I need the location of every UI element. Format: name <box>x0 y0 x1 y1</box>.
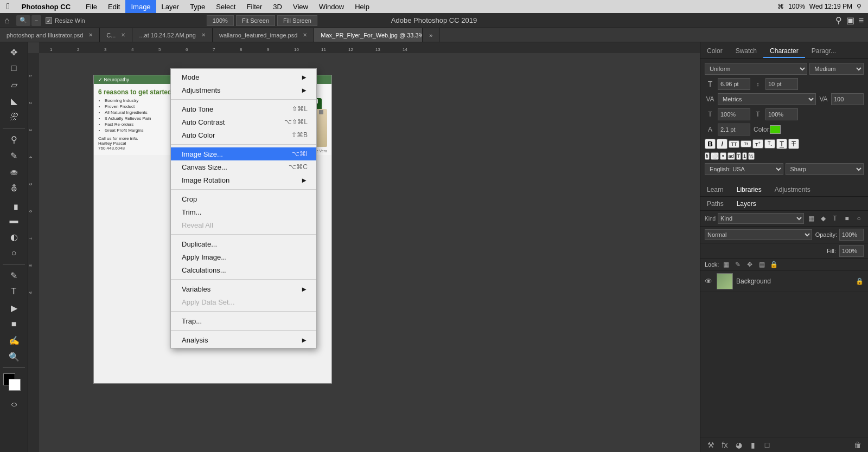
subscript-button[interactable]: T- <box>764 139 775 148</box>
menu-3d[interactable]: 3D <box>267 0 288 13</box>
blend-mode-select[interactable]: Normal <box>705 229 812 240</box>
history-brush-tool[interactable]: ⛢ <box>5 180 23 196</box>
tab-max-pr-flyer[interactable]: Max_PR_Flyer_For_Web.jpg @ 33.3% (RGB/8)… <box>314 28 423 42</box>
search-tool-icon[interactable]: ⚲ <box>835 15 842 25</box>
menu-item-crop[interactable]: Crop <box>171 192 316 205</box>
anti-alias-select[interactable]: Sharp <box>786 163 864 175</box>
menu-item-adjustments[interactable]: Adjustments ► <box>171 83 316 96</box>
old-style-button[interactable]: ad <box>727 152 735 160</box>
menu-filter[interactable]: Filter <box>241 0 267 13</box>
ordinals-button[interactable]: T <box>736 152 742 160</box>
crop-tool[interactable]: ◣ <box>5 93 23 108</box>
tab-paragraph[interactable]: Paragr... <box>805 45 843 58</box>
tab-character[interactable]: Character <box>763 45 805 58</box>
color-swatch-box[interactable] <box>770 125 781 134</box>
apple-menu-icon[interactable]:  <box>7 2 10 11</box>
menu-layer[interactable]: Layer <box>156 0 185 13</box>
small-caps-button[interactable]: Tt <box>741 140 751 147</box>
tab-layers[interactable]: Layers <box>730 199 763 209</box>
tab-learn[interactable]: Learn <box>700 185 730 195</box>
menu-help[interactable]: Help <box>349 0 375 13</box>
brush-tool[interactable]: ✎ <box>5 148 23 163</box>
standard-ligatures-icon[interactable]: ⚪ <box>711 152 719 160</box>
link-layers-button[interactable]: ⚒ <box>705 441 717 449</box>
fill-input[interactable] <box>839 245 864 257</box>
menu-edit[interactable]: Edit <box>103 0 125 13</box>
menu-item-image-rotation[interactable]: Image Rotation ► <box>171 173 316 186</box>
layer-filter-shape-icon[interactable]: ■ <box>842 215 852 222</box>
tab-color[interactable]: Color <box>700 45 729 58</box>
leading-input[interactable] <box>765 78 798 90</box>
lock-transparent-icon[interactable]: ▦ <box>721 261 731 268</box>
menu-item-analysis[interactable]: Analysis ► <box>171 333 316 346</box>
color-picker[interactable] <box>3 373 25 395</box>
new-layer-button[interactable]: □ <box>761 441 773 449</box>
menu-item-apply-image[interactable]: Apply Image... <box>171 250 316 263</box>
strikethrough-button[interactable]: T <box>788 139 799 149</box>
tab-screenshot[interactable]: ...at 10.24.52 AM.png ✕ <box>132 28 213 42</box>
discretionary-ligatures-button[interactable]: ⚬ <box>720 152 726 160</box>
panels-icon[interactable]: ≡ <box>859 16 864 25</box>
menu-item-calculations[interactable]: Calculations... <box>171 263 316 276</box>
lasso-tool[interactable]: ▱ <box>5 77 23 92</box>
menu-view[interactable]: View <box>288 0 314 13</box>
menu-type[interactable]: Type <box>184 0 210 13</box>
tab-paths[interactable]: Paths <box>700 199 730 209</box>
lock-image-icon[interactable]: ✎ <box>733 261 743 268</box>
scale-h-input[interactable] <box>718 108 750 120</box>
menu-item-image-size[interactable]: Image Size... ⌥⌘I <box>171 147 316 160</box>
language-select[interactable]: English: USA <box>705 163 783 175</box>
canvas-area[interactable]: 1 2 3 4 5 6 7 8 9 10 11 12 13 14 1 2 3 4… <box>28 42 700 452</box>
tab-c[interactable]: C... ✕ <box>100 28 132 42</box>
menu-item-duplicate[interactable]: Duplicate... <box>171 237 316 250</box>
path-select-tool[interactable]: ▶ <box>5 300 23 315</box>
background-color[interactable] <box>9 379 21 391</box>
layer-filter-adjust-icon[interactable]: ◆ <box>818 215 828 222</box>
italic-button[interactable]: I <box>717 139 727 149</box>
lock-position-icon[interactable]: ✥ <box>745 261 755 268</box>
menu-image[interactable]: Image <box>125 0 156 13</box>
move-tool[interactable]: ✥ <box>5 44 23 60</box>
app-name[interactable]: Photoshop CC <box>16 0 76 13</box>
zoom-level-button[interactable]: 100% <box>207 15 234 26</box>
font-style-select[interactable]: Medium <box>809 63 864 75</box>
tracking-input[interactable] <box>831 93 864 105</box>
tab-more[interactable]: » <box>423 28 439 42</box>
tab-close-0[interactable]: ✕ <box>88 32 93 38</box>
all-caps-button[interactable]: TT <box>729 140 739 148</box>
menu-select[interactable]: Select <box>210 0 241 13</box>
fill-screen-button[interactable]: Fill Screen <box>277 15 317 26</box>
superscript-button[interactable]: T+ <box>752 139 763 148</box>
type-tool[interactable]: T <box>5 284 23 299</box>
tab-libraries[interactable]: Libraries <box>730 185 768 195</box>
gradient-tool[interactable]: ▬ <box>5 213 23 228</box>
layer-filter-smart-icon[interactable]: ○ <box>854 215 864 222</box>
swash-button[interactable]: 1 <box>742 152 747 160</box>
heal-tool[interactable]: ⚲ <box>5 132 23 147</box>
tab-close-2[interactable]: ✕ <box>201 32 206 38</box>
metrics-select[interactable]: Metrics <box>718 93 816 105</box>
menu-item-auto-color[interactable]: Auto Color ⇧⌘B <box>171 128 316 141</box>
layer-filter-type-icon[interactable]: T <box>830 215 840 222</box>
font-size-input[interactable] <box>718 78 750 90</box>
search-menu-icon[interactable]: ⚲ <box>857 3 861 10</box>
menu-item-canvas-size[interactable]: Canvas Size... ⌥⌘C <box>171 160 316 173</box>
menu-item-auto-tone[interactable]: Auto Tone ⇧⌘L <box>171 102 316 115</box>
zoom-tool[interactable]: 🔍 <box>5 349 23 364</box>
clone-stamp-tool[interactable]: ⛂ <box>5 164 23 179</box>
arrange-icon[interactable]: ▣ <box>846 15 854 25</box>
layer-kind-select[interactable]: Kind <box>718 213 804 224</box>
menu-item-mode[interactable]: Mode ► <box>171 70 316 83</box>
zoom-in-button[interactable]: 🔍 <box>16 15 30 26</box>
fit-screen-button[interactable]: Fit Screen <box>236 15 275 26</box>
add-mask-button[interactable]: ◕ <box>733 441 745 449</box>
eyedropper-tool[interactable]: ⛈ <box>5 109 23 125</box>
menu-item-auto-contrast[interactable]: Auto Contrast ⌥⇧⌘L <box>171 115 316 128</box>
new-group-button[interactable]: ▮ <box>747 441 759 449</box>
opacity-input[interactable] <box>839 229 864 241</box>
quick-mask-icon[interactable]: ⬭ <box>11 401 17 408</box>
underline-button[interactable]: T <box>776 139 787 149</box>
tab-close-1[interactable]: ✕ <box>121 32 125 38</box>
tab-wallaroo[interactable]: wallaroo_featured_image.psd ✕ <box>213 28 314 42</box>
lock-artboard-icon[interactable]: ▤ <box>757 261 767 268</box>
